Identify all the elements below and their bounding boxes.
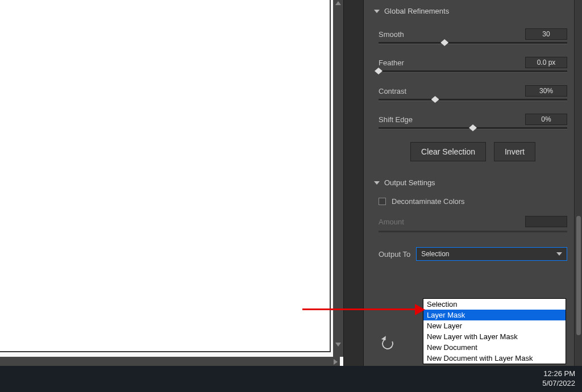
output-to-select[interactable]: Selection	[416, 247, 567, 261]
section-title: Output Settings	[384, 178, 435, 187]
shift-edge-label: Shift Edge	[379, 115, 413, 124]
output-to-option[interactable]: New Layer with Layer Mask	[423, 331, 566, 342]
windows-taskbar[interactable]: 12:26 PM 5/07/2022	[0, 366, 582, 392]
system-tray-clock[interactable]: 12:26 PM 5/07/2022	[542, 369, 575, 388]
canvas-vertical-scrollbar[interactable]	[333, 0, 343, 357]
smooth-value[interactable]: 30	[525, 28, 567, 40]
output-to-option[interactable]: New Document with Layer Mask	[423, 353, 566, 364]
reset-icon	[380, 336, 395, 351]
tray-time: 12:26 PM	[542, 369, 575, 378]
document-canvas[interactable]	[0, 0, 331, 352]
chevron-down-icon	[374, 10, 380, 13]
contrast-value[interactable]: 30%	[525, 85, 567, 97]
reset-button[interactable]	[382, 338, 393, 352]
feather-slider[interactable]: Feather 0.0 px	[379, 57, 567, 73]
section-global-refinements[interactable]: Global Refinements	[364, 0, 582, 22]
annotation-arrow	[302, 308, 416, 310]
canvas-area	[0, 0, 343, 366]
section-title: Global Refinements	[384, 7, 449, 15]
amount-value	[525, 216, 567, 227]
tray-date: 5/07/2022	[542, 378, 575, 388]
section-output-settings[interactable]: Output Settings	[364, 172, 582, 194]
feather-value[interactable]: 0.0 px	[525, 57, 567, 68]
smooth-thumb[interactable]	[440, 39, 448, 46]
canvas-horizontal-scrollbar[interactable]	[0, 357, 340, 366]
feather-label: Feather	[379, 59, 404, 67]
output-to-label: Output To	[379, 250, 410, 258]
feather-thumb[interactable]	[375, 68, 383, 74]
amount-slider	[379, 231, 567, 232]
shift-edge-thumb[interactable]	[469, 124, 477, 131]
output-to-option[interactable]: Selection	[423, 299, 566, 310]
invert-button[interactable]: Invert	[494, 142, 535, 161]
amount-label: Amount	[379, 218, 404, 226]
panel-divider	[343, 0, 364, 366]
chevron-down-icon	[556, 252, 562, 256]
output-to-selected: Selection	[421, 250, 449, 258]
amount-row: Amount	[379, 216, 567, 227]
output-to-option[interactable]: New Document	[423, 342, 566, 353]
chevron-down-icon	[374, 181, 380, 185]
decontaminate-label: Decontaminate Colors	[392, 197, 465, 206]
checkbox-icon[interactable]	[379, 198, 386, 205]
clear-selection-button[interactable]: Clear Selection	[410, 142, 486, 161]
contrast-label: Contrast	[379, 87, 406, 95]
panel-vertical-scrollbar[interactable]	[574, 0, 582, 366]
shift-edge-value[interactable]: 0%	[525, 114, 567, 125]
output-to-dropdown[interactable]: SelectionLayer MaskNew LayerNew Layer wi…	[423, 298, 566, 364]
output-to-option[interactable]: Layer Mask	[423, 310, 566, 320]
contrast-slider[interactable]: Contrast 30%	[379, 85, 567, 101]
decontaminate-colors-checkbox[interactable]: Decontaminate Colors	[379, 197, 567, 206]
shift-edge-slider[interactable]: Shift Edge 0%	[379, 114, 567, 130]
contrast-thumb[interactable]	[431, 96, 439, 103]
smooth-slider[interactable]: Smooth 30	[379, 28, 567, 44]
smooth-label: Smooth	[379, 30, 404, 39]
output-to-option[interactable]: New Layer	[423, 320, 566, 331]
annotation-arrow-head	[415, 304, 425, 315]
